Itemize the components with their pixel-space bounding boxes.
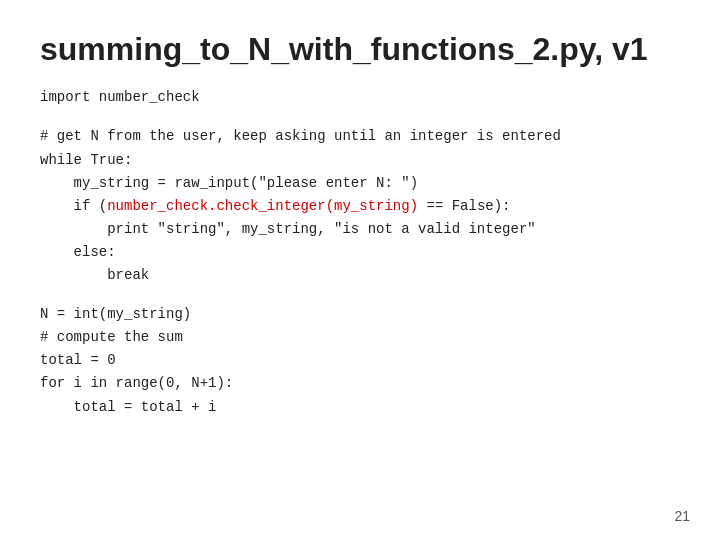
code-line: for i in range(0, N+1): — [40, 372, 680, 395]
loop-section: # get N from the user, keep asking until… — [40, 125, 680, 287]
code-line: break — [40, 264, 680, 287]
code-line: # get N from the user, keep asking until… — [40, 125, 680, 148]
highlighted-code: number_check.check_integer(my_string) — [107, 198, 418, 214]
code-line: print "string", my_string, "is not a val… — [40, 218, 680, 241]
code-line: N = int(my_string) — [40, 303, 680, 326]
code-line: else: — [40, 241, 680, 264]
page-number: 21 — [674, 508, 690, 524]
code-line-highlight: if (number_check.check_integer(my_string… — [40, 195, 680, 218]
code-line: while True: — [40, 149, 680, 172]
slide: summing_to_N_with_functions_2.py, v1 imp… — [0, 0, 720, 540]
code-line: total = total + i — [40, 396, 680, 419]
code-line: # compute the sum — [40, 326, 680, 349]
slide-title: summing_to_N_with_functions_2.py, v1 — [40, 30, 680, 68]
import-section: import number_check — [40, 86, 680, 109]
code-line: my_string = raw_input("please enter N: "… — [40, 172, 680, 195]
code-line: import number_check — [40, 86, 680, 109]
code-line: total = 0 — [40, 349, 680, 372]
code-block: import number_check # get N from the use… — [40, 86, 680, 418]
sum-section: N = int(my_string) # compute the sum tot… — [40, 303, 680, 418]
